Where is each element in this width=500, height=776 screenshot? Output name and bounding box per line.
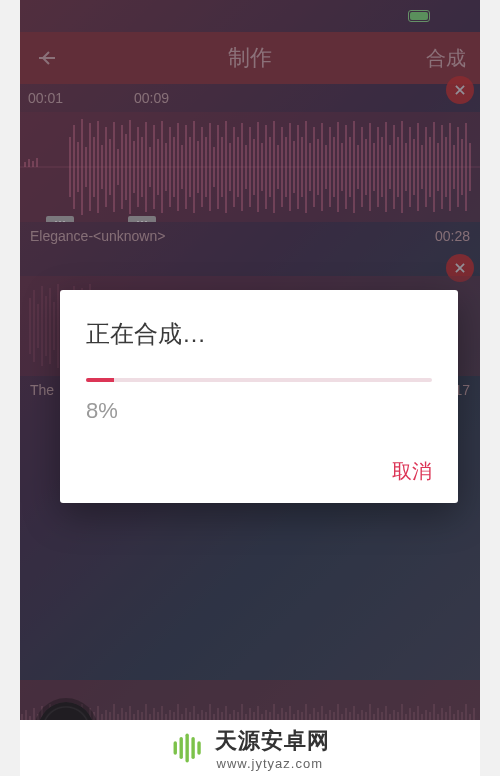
svg-rect-2 [173,741,176,755]
svg-rect-4 [185,734,188,763]
svg-rect-6 [197,741,200,755]
dialog-title: 正在合成… [86,318,432,350]
progress-percent-label: 8% [86,398,432,424]
watermark-logo-icon [171,731,205,765]
watermark-brand: 天源安卓网 [215,726,330,756]
watermark: 天源安卓网 www.jytyaz.com [20,720,480,776]
watermark-domain: www.jytyaz.com [217,756,330,771]
svg-rect-5 [191,737,194,759]
progress-fill [86,378,114,382]
cancel-button[interactable]: 取消 [86,458,432,485]
progress-bar [86,378,432,382]
progress-dialog: 正在合成… 8% 取消 [60,290,458,503]
svg-rect-3 [179,737,182,759]
